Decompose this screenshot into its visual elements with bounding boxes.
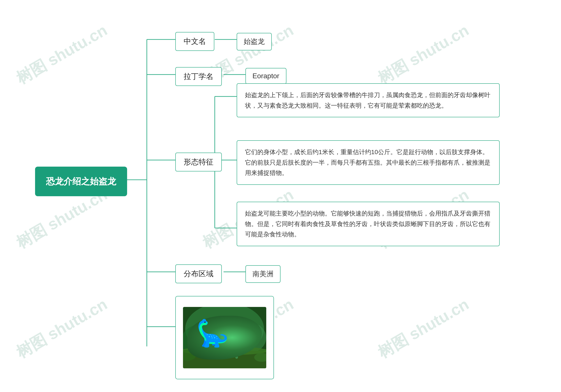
svg-point-22 [216, 332, 247, 352]
val-node-distribution: 南美洲 [245, 265, 280, 283]
cat-node-chinese-name: 中文名 [175, 32, 214, 51]
val-node-latin-name: Eoraptor [245, 68, 286, 84]
svg-point-15 [185, 307, 264, 355]
dino-svg [183, 307, 266, 368]
svg-point-30 [226, 339, 232, 343]
val-node-chinese-name: 始盗龙 [237, 33, 272, 50]
image-node [175, 296, 274, 379]
svg-rect-20 [194, 346, 207, 355]
svg-line-27 [226, 348, 228, 357]
dino-illustration [183, 307, 266, 368]
svg-point-31 [232, 338, 235, 340]
svg-point-25 [249, 329, 251, 331]
desc-node-morphology-3: 始盗龙可能主要吃小型的动物。它能够快速的短跑，当捕捉猎物后，会用指爪及牙齿撕开猎… [237, 202, 500, 246]
svg-point-24 [241, 326, 254, 336]
page: 树图 shutu.cn 树图 shutu.cn 树图 shutu.cn 树图 s… [0, 0, 561, 392]
desc-node-morphology-2: 它们的身体小型，成长后约1米长，重量估计约10公斤。它是趾行动物，以后肢支撑身体… [237, 140, 500, 185]
svg-point-23 [235, 327, 249, 343]
svg-point-26 [250, 329, 250, 330]
desc-node-morphology-1: 始盗龙的上下颌上，后面的牙齿较像带槽的牛排刀，虽属肉食恐龙，但前面的牙齿却像树叶… [237, 83, 500, 117]
cat-node-distribution: 分布区域 [175, 264, 222, 283]
root-node: 恐龙介绍之始盗龙 [35, 167, 127, 196]
svg-point-19 [183, 346, 266, 355]
mind-map: 恐龙介绍之始盗龙 中文名 始盗龙 拉丁学名 Eoraptor 形态特征 始盗龙的… [22, 13, 526, 377]
cat-node-morphology: 形态特征 [175, 152, 222, 172]
svg-line-29 [238, 341, 242, 345]
cat-node-latin-name: 拉丁学名 [175, 67, 222, 86]
svg-line-28 [235, 348, 237, 357]
svg-point-32 [225, 342, 228, 344]
svg-rect-21 [194, 346, 207, 348]
